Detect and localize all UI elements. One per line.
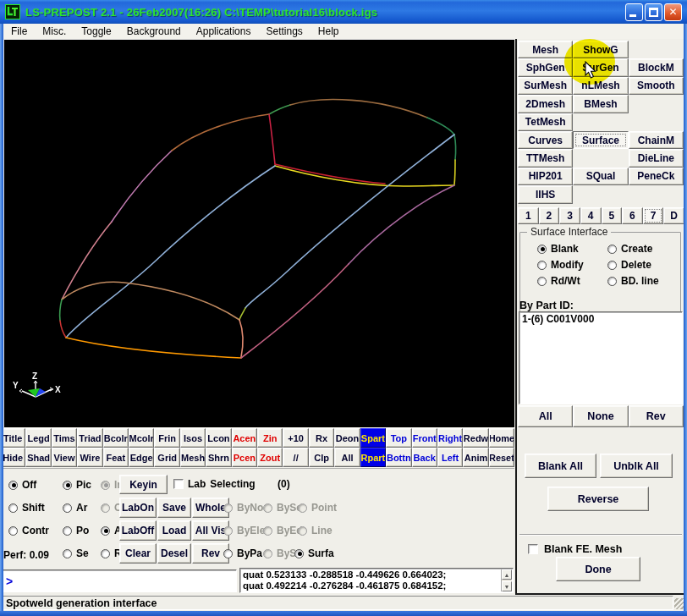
tab-2[interactable]: 2 (539, 207, 560, 224)
tab-3[interactable]: 3 (559, 207, 580, 224)
anim-button[interactable]: Anim (463, 448, 488, 467)
tab-d[interactable]: D (663, 207, 684, 224)
contr-radio-row[interactable]: Contr (8, 525, 49, 536)
back-view-button[interactable]: Back (412, 448, 437, 467)
create-radio[interactable] (607, 245, 617, 254)
rpart-button[interactable]: Rpart (360, 448, 386, 467)
all-vis-toggle-button[interactable]: All (334, 448, 360, 467)
lcon-button[interactable]: Lcon (206, 428, 231, 448)
po-radio[interactable] (63, 526, 72, 536)
menu-applications[interactable]: Applications (189, 25, 259, 38)
create-radio-row[interactable]: Create (607, 243, 652, 255)
pic-radio[interactable] (63, 481, 72, 490)
shift-radio-row[interactable]: Shift (8, 502, 45, 514)
grid-button[interactable]: Grid (154, 448, 179, 467)
left-view-button[interactable]: Left (437, 448, 463, 467)
tab-1[interactable]: 1 (518, 207, 539, 224)
sphgen-button[interactable]: SphGen (518, 58, 573, 76)
none-button[interactable]: None (573, 405, 628, 427)
mcolr-button[interactable]: Mcolr (129, 428, 154, 448)
modify-radio-row[interactable]: Modify (537, 259, 584, 271)
lab-checkbox[interactable] (173, 479, 184, 489)
zin-button[interactable]: Zin (257, 428, 283, 448)
squal-button[interactable]: SQual (573, 168, 628, 185)
rx-button[interactable]: Rx (309, 428, 334, 448)
tab-7[interactable]: 7 (643, 207, 664, 224)
menu-background[interactable]: Background (119, 25, 189, 38)
surmesh-button[interactable]: SurMesh (518, 77, 573, 95)
wire-button[interactable]: Wire (77, 448, 102, 467)
ad-radio[interactable] (101, 526, 110, 536)
off-radio-row[interactable]: Off (8, 479, 36, 491)
scroll-up-icon[interactable]: ▲ (502, 569, 512, 580)
frin-button[interactable]: Frin (154, 428, 179, 448)
blank-radio[interactable] (537, 245, 547, 254)
delete-radio-row[interactable]: Delete (607, 259, 651, 271)
unblk-all-button[interactable]: Unblk All (600, 454, 673, 478)
menu-settings[interactable]: Settings (258, 25, 310, 38)
shift-radio[interactable] (8, 503, 18, 513)
part-list-item[interactable]: 1-(6) C001V000 (522, 313, 679, 325)
bottom-view-button[interactable]: Bottn (386, 448, 411, 467)
po-radio-row[interactable]: Po (63, 525, 89, 536)
rdwt-radio[interactable] (537, 277, 547, 286)
hip201-button[interactable]: HIP201 (518, 168, 573, 185)
menu-toggle[interactable]: Toggle (74, 25, 118, 38)
right-view-button[interactable]: Right (437, 428, 463, 448)
top-view-button[interactable]: Top (386, 428, 411, 448)
save-button[interactable]: Save (157, 498, 191, 518)
smooth-button[interactable]: Smooth (629, 77, 684, 95)
rev-button[interactable]: Rev (629, 405, 684, 427)
blank-fe-mesh-row[interactable]: Blank FE. Mesh (528, 543, 622, 555)
pcen-button[interactable]: Pcen (232, 448, 257, 467)
iihs-button[interactable]: IIHS (518, 185, 573, 203)
feat-button[interactable]: Feat (103, 448, 129, 467)
tab-6[interactable]: 6 (622, 207, 643, 224)
legd-button[interactable]: Legd (25, 428, 51, 448)
se-radio-row[interactable]: Se (63, 547, 89, 559)
laboff-button[interactable]: LabOff (119, 520, 157, 541)
triad-button[interactable]: Triad (77, 428, 102, 448)
menu-help[interactable]: Help (311, 25, 347, 38)
close-button[interactable]: ✕ (664, 3, 682, 21)
shad-button[interactable]: Shad (25, 448, 51, 467)
message-scrollbar[interactable]: ▲ ▼ (501, 569, 512, 591)
spart-button[interactable]: Spart (360, 428, 386, 448)
nlmesh-button[interactable]: nLMesh (573, 77, 628, 95)
bdline-radio-row[interactable]: BD. line (607, 275, 659, 287)
parallel-button[interactable]: // (283, 448, 308, 467)
ar-radio[interactable] (63, 503, 72, 513)
bdline-radio[interactable] (607, 277, 617, 286)
dieline-button[interactable]: DieLine (629, 149, 684, 167)
bmesh-button[interactable]: BMesh (573, 95, 628, 113)
modify-radio[interactable] (537, 261, 547, 270)
labon-button[interactable]: LabOn (119, 498, 157, 518)
all-button[interactable]: All (518, 405, 573, 427)
ttmesh-button[interactable]: TTMesh (518, 149, 573, 167)
edge-button[interactable]: Edge (129, 448, 154, 467)
surface-button[interactable]: Surface (573, 131, 628, 149)
off-radio[interactable] (8, 481, 18, 490)
menu-misc[interactable]: Misc. (35, 25, 74, 38)
rm-radio[interactable] (101, 549, 110, 558)
2dmesh-button[interactable]: 2Dmesh (518, 95, 573, 113)
se-radio[interactable] (63, 549, 72, 558)
reset-button[interactable]: Reset (489, 448, 514, 467)
keyin-button[interactable]: Keyin (119, 475, 168, 494)
clear-button[interactable]: Clear (119, 543, 157, 564)
bcolr-button[interactable]: Bcolr (103, 428, 129, 448)
rdwt-radio-row[interactable]: Rd/Wt (537, 275, 580, 287)
shrn-button[interactable]: Shrn (206, 448, 231, 467)
plus10-button[interactable]: +10 (283, 428, 308, 448)
surgen-button[interactable]: SurGen (573, 58, 628, 76)
tims-button[interactable]: Tims (52, 428, 77, 448)
hide-button[interactable]: Hide (0, 448, 25, 467)
maximize-button[interactable] (645, 3, 662, 21)
load-button[interactable]: Load (157, 520, 191, 541)
tab-5[interactable]: 5 (602, 207, 623, 224)
tetmesh-button[interactable]: TetMesh (518, 113, 573, 131)
graphics-viewport[interactable]: Z X Y (3, 39, 514, 427)
surfa-radio[interactable] (294, 549, 304, 558)
blank-all-button[interactable]: Blank All (525, 454, 596, 478)
part-listbox[interactable]: 1-(6) C001V000 (519, 311, 683, 404)
